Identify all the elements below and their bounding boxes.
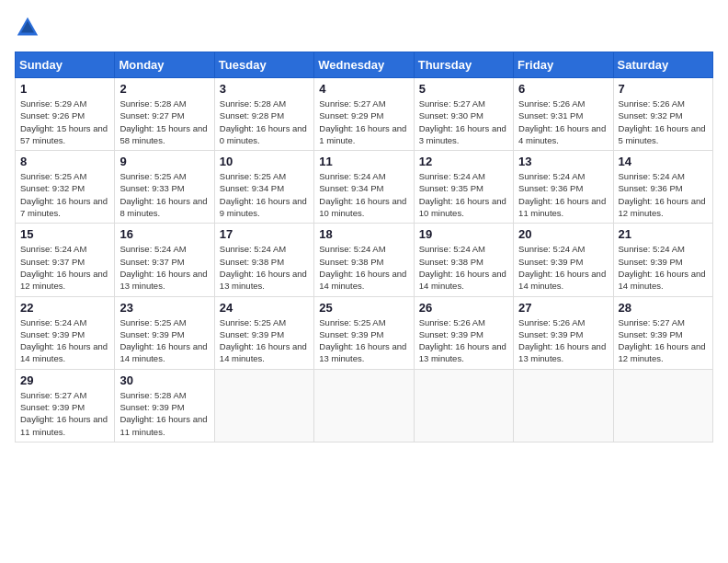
day-number: 18: [319, 227, 408, 241]
calendar-cell: 20 Sunrise: 5:24 AM Sunset: 9:39 PM Dayl…: [514, 224, 613, 296]
cell-info: Sunrise: 5:24 AM Sunset: 9:34 PM Dayligh…: [319, 170, 408, 219]
calendar-cell: [613, 369, 712, 442]
cell-info: Sunrise: 5:24 AM Sunset: 9:39 PM Dayligh…: [518, 243, 608, 292]
day-number: 3: [220, 82, 309, 96]
cell-info: Sunrise: 5:24 AM Sunset: 9:39 PM Dayligh…: [619, 243, 708, 292]
day-number: 9: [119, 155, 209, 168]
day-number: 13: [518, 155, 608, 168]
calendar-cell: 7 Sunrise: 5:26 AM Sunset: 9:32 PM Dayli…: [613, 78, 712, 151]
calendar-table: SundayMondayTuesdayWednesdayThursdayFrid…: [15, 52, 713, 442]
cell-info: Sunrise: 5:28 AM Sunset: 9:28 PM Dayligh…: [220, 98, 309, 146]
calendar-cell: 22 Sunrise: 5:24 AM Sunset: 9:39 PM Dayl…: [16, 296, 115, 369]
calendar-week-row: 1 Sunrise: 5:29 AM Sunset: 9:26 PM Dayli…: [16, 78, 713, 151]
cell-info: Sunrise: 5:26 AM Sunset: 9:39 PM Dayligh…: [518, 316, 608, 365]
cell-info: Sunrise: 5:27 AM Sunset: 9:39 PM Dayligh…: [20, 389, 109, 438]
calendar-cell: [214, 369, 313, 442]
cell-info: Sunrise: 5:24 AM Sunset: 9:37 PM Dayligh…: [20, 243, 109, 292]
day-number: 26: [419, 301, 508, 315]
calendar-week-row: 8 Sunrise: 5:25 AM Sunset: 9:32 PM Dayli…: [16, 151, 713, 224]
cell-info: Sunrise: 5:28 AM Sunset: 9:39 PM Dayligh…: [119, 389, 209, 438]
day-number: 25: [319, 301, 408, 315]
day-number: 5: [419, 82, 508, 96]
calendar-cell: [314, 369, 414, 442]
day-number: 12: [419, 155, 508, 168]
cell-info: Sunrise: 5:24 AM Sunset: 9:35 PM Dayligh…: [419, 170, 508, 219]
cell-info: Sunrise: 5:24 AM Sunset: 9:39 PM Dayligh…: [20, 316, 109, 365]
day-number: 7: [619, 82, 708, 96]
day-number: 14: [619, 155, 708, 168]
calendar-cell: 27 Sunrise: 5:26 AM Sunset: 9:39 PM Dayl…: [514, 296, 613, 369]
calendar-header-row: SundayMondayTuesdayWednesdayThursdayFrid…: [16, 52, 713, 78]
calendar-cell: 29 Sunrise: 5:27 AM Sunset: 9:39 PM Dayl…: [16, 369, 115, 442]
calendar-week-row: 29 Sunrise: 5:27 AM Sunset: 9:39 PM Dayl…: [16, 369, 713, 442]
calendar-cell: 13 Sunrise: 5:24 AM Sunset: 9:36 PM Dayl…: [514, 151, 613, 224]
day-of-week-header: Monday: [115, 52, 214, 78]
cell-info: Sunrise: 5:25 AM Sunset: 9:33 PM Dayligh…: [119, 170, 209, 219]
calendar-cell: 17 Sunrise: 5:24 AM Sunset: 9:38 PM Dayl…: [214, 224, 313, 296]
calendar-cell: 9 Sunrise: 5:25 AM Sunset: 9:33 PM Dayli…: [115, 151, 214, 224]
cell-info: Sunrise: 5:24 AM Sunset: 9:38 PM Dayligh…: [419, 243, 508, 292]
day-of-week-header: Friday: [514, 52, 613, 78]
calendar-cell: 11 Sunrise: 5:24 AM Sunset: 9:34 PM Dayl…: [314, 151, 414, 224]
day-number: 28: [619, 301, 708, 315]
day-number: 19: [419, 227, 508, 241]
day-of-week-header: Sunday: [16, 52, 115, 78]
calendar-cell: 14 Sunrise: 5:24 AM Sunset: 9:36 PM Dayl…: [613, 151, 712, 224]
calendar-cell: 12 Sunrise: 5:24 AM Sunset: 9:35 PM Dayl…: [414, 151, 513, 224]
page-header: [15, 15, 713, 40]
cell-info: Sunrise: 5:26 AM Sunset: 9:31 PM Dayligh…: [518, 98, 608, 146]
day-number: 27: [518, 301, 608, 315]
calendar-cell: 1 Sunrise: 5:29 AM Sunset: 9:26 PM Dayli…: [16, 78, 115, 151]
calendar-cell: 19 Sunrise: 5:24 AM Sunset: 9:38 PM Dayl…: [414, 224, 513, 296]
calendar-cell: [414, 369, 513, 442]
calendar-cell: 3 Sunrise: 5:28 AM Sunset: 9:28 PM Dayli…: [214, 78, 313, 151]
day-number: 15: [20, 227, 109, 241]
day-number: 8: [20, 155, 109, 168]
cell-info: Sunrise: 5:26 AM Sunset: 9:32 PM Dayligh…: [619, 98, 708, 146]
calendar-cell: 28 Sunrise: 5:27 AM Sunset: 9:39 PM Dayl…: [613, 296, 712, 369]
day-of-week-header: Thursday: [414, 52, 513, 78]
day-number: 4: [319, 82, 408, 96]
cell-info: Sunrise: 5:25 AM Sunset: 9:39 PM Dayligh…: [319, 316, 408, 365]
day-of-week-header: Wednesday: [314, 52, 414, 78]
day-number: 20: [518, 227, 608, 241]
cell-info: Sunrise: 5:27 AM Sunset: 9:30 PM Dayligh…: [419, 98, 508, 146]
day-number: 16: [119, 227, 209, 241]
cell-info: Sunrise: 5:24 AM Sunset: 9:38 PM Dayligh…: [319, 243, 408, 292]
calendar-cell: 24 Sunrise: 5:25 AM Sunset: 9:39 PM Dayl…: [214, 296, 313, 369]
cell-info: Sunrise: 5:27 AM Sunset: 9:39 PM Dayligh…: [619, 316, 708, 365]
calendar-cell: 8 Sunrise: 5:25 AM Sunset: 9:32 PM Dayli…: [16, 151, 115, 224]
calendar-week-row: 15 Sunrise: 5:24 AM Sunset: 9:37 PM Dayl…: [16, 224, 713, 296]
calendar-cell: [514, 369, 613, 442]
day-number: 6: [518, 82, 608, 96]
cell-info: Sunrise: 5:26 AM Sunset: 9:39 PM Dayligh…: [419, 316, 508, 365]
calendar-cell: 25 Sunrise: 5:25 AM Sunset: 9:39 PM Dayl…: [314, 296, 414, 369]
day-number: 17: [220, 227, 309, 241]
cell-info: Sunrise: 5:25 AM Sunset: 9:39 PM Dayligh…: [119, 316, 209, 365]
day-of-week-header: Saturday: [613, 52, 712, 78]
calendar-cell: 5 Sunrise: 5:27 AM Sunset: 9:30 PM Dayli…: [414, 78, 513, 151]
day-of-week-header: Tuesday: [214, 52, 313, 78]
calendar-cell: 18 Sunrise: 5:24 AM Sunset: 9:38 PM Dayl…: [314, 224, 414, 296]
calendar-cell: 16 Sunrise: 5:24 AM Sunset: 9:37 PM Dayl…: [115, 224, 214, 296]
day-number: 29: [20, 373, 109, 387]
day-number: 22: [20, 301, 109, 315]
cell-info: Sunrise: 5:25 AM Sunset: 9:39 PM Dayligh…: [220, 316, 309, 365]
calendar-cell: 26 Sunrise: 5:26 AM Sunset: 9:39 PM Dayl…: [414, 296, 513, 369]
day-number: 11: [319, 155, 408, 168]
calendar-week-row: 22 Sunrise: 5:24 AM Sunset: 9:39 PM Dayl…: [16, 296, 713, 369]
cell-info: Sunrise: 5:29 AM Sunset: 9:26 PM Dayligh…: [20, 98, 109, 146]
calendar-cell: 21 Sunrise: 5:24 AM Sunset: 9:39 PM Dayl…: [613, 224, 712, 296]
calendar-cell: 15 Sunrise: 5:24 AM Sunset: 9:37 PM Dayl…: [16, 224, 115, 296]
day-number: 23: [119, 301, 209, 315]
cell-info: Sunrise: 5:24 AM Sunset: 9:38 PM Dayligh…: [220, 243, 309, 292]
cell-info: Sunrise: 5:28 AM Sunset: 9:27 PM Dayligh…: [119, 98, 209, 146]
cell-info: Sunrise: 5:24 AM Sunset: 9:36 PM Dayligh…: [619, 170, 708, 219]
day-number: 30: [119, 373, 209, 387]
day-number: 21: [619, 227, 708, 241]
cell-info: Sunrise: 5:24 AM Sunset: 9:37 PM Dayligh…: [119, 243, 209, 292]
cell-info: Sunrise: 5:25 AM Sunset: 9:32 PM Dayligh…: [20, 170, 109, 219]
cell-info: Sunrise: 5:24 AM Sunset: 9:36 PM Dayligh…: [518, 170, 608, 219]
calendar-cell: 6 Sunrise: 5:26 AM Sunset: 9:31 PM Dayli…: [514, 78, 613, 151]
day-number: 2: [119, 82, 209, 96]
